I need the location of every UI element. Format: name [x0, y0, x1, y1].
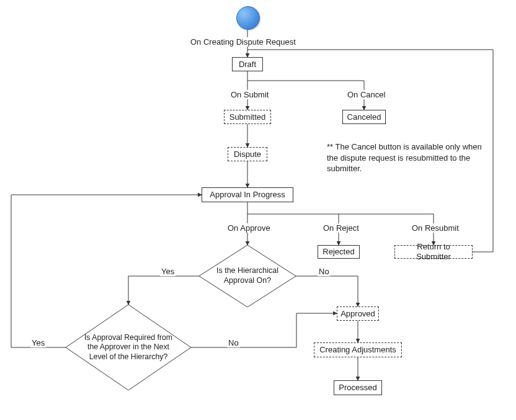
edge-label-on-approve: On Approve — [226, 223, 272, 233]
edge-label-on-creating: On Creating Dispute Request — [189, 37, 297, 47]
state-approval-in-progress-label: Approval In Progress — [210, 190, 285, 200]
state-canceled-label: Canceled — [347, 112, 381, 122]
state-submitted-label: Submitted — [229, 112, 266, 122]
decision-hierarchical-approval: Is the Hierarchical Approval On? — [199, 245, 296, 307]
edge-label-d2-no: No — [227, 338, 240, 347]
edge-label-on-resubmit: On Resubmit — [411, 223, 460, 233]
start-node — [236, 6, 260, 30]
edge-label-on-reject: On Reject — [322, 223, 360, 233]
edge-label-d1-yes: Yes — [160, 267, 176, 276]
state-rejected: Rejected — [318, 245, 360, 259]
state-draft: Draft — [232, 57, 263, 71]
state-dispute-label: Dispute — [234, 150, 261, 159]
state-submitted: Submitted — [224, 110, 271, 124]
state-dispute: Dispute — [228, 147, 267, 161]
decision-hierarchical-approval-label: Is the Hierarchical Approval On? — [199, 245, 296, 307]
state-canceled: Canceled — [342, 110, 386, 124]
decision-next-level-approval: Is Approval Required from the Approver i… — [66, 305, 191, 390]
edge-label-on-cancel: On Cancel — [346, 90, 386, 99]
edge-label-d1-no: No — [318, 267, 331, 276]
state-return-to-submitter: Return to Submitter — [394, 245, 473, 259]
state-approval-in-progress: Approval In Progress — [202, 187, 293, 202]
state-processed-label: Processed — [339, 383, 376, 393]
cancel-note: ** The Cancel button is available only w… — [326, 141, 489, 174]
state-processed: Processed — [334, 380, 382, 395]
edge-label-on-submit: On Submit — [229, 90, 270, 99]
state-rejected-label: Rejected — [322, 247, 354, 257]
state-creating-adjustments: Creating Adjustments — [314, 342, 402, 357]
edge-label-d2-yes: Yes — [30, 338, 46, 347]
decision-next-level-approval-label: Is Approval Required from the Approver i… — [66, 305, 191, 390]
state-creating-adjustments-label: Creating Adjustments — [319, 345, 396, 355]
state-return-to-submitter-label: Return to Submitter — [399, 242, 468, 261]
state-approved: Approved — [337, 306, 379, 321]
state-approved-label: Approved — [340, 309, 375, 319]
state-draft-label: Draft — [239, 60, 256, 69]
